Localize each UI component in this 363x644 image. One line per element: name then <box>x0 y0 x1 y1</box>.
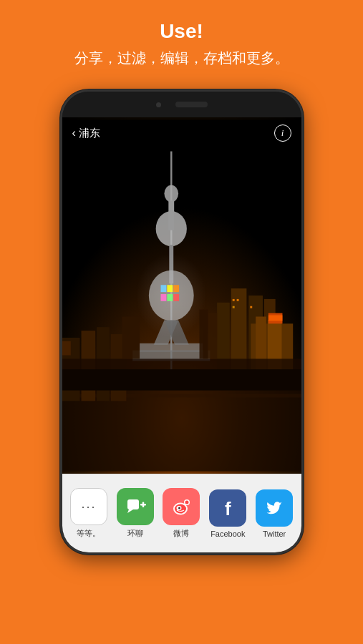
svg-rect-9 <box>232 306 234 308</box>
location-label: 浦东 <box>79 127 100 140</box>
svg-point-57 <box>185 501 189 504</box>
share-item-googleplus[interactable]: 环聊 <box>115 488 156 539</box>
svg-rect-41 <box>199 310 208 359</box>
speaker <box>175 102 208 107</box>
svg-rect-53 <box>142 502 144 508</box>
svg-point-37 <box>136 253 206 338</box>
svg-rect-7 <box>232 299 234 301</box>
svg-rect-20 <box>62 341 71 356</box>
share-label-weibo: 微博 <box>173 528 189 539</box>
facebook-icon-wrap: f <box>209 489 246 527</box>
share-label-facebook: Facebook <box>210 530 245 538</box>
svg-rect-15 <box>268 316 282 321</box>
info-button[interactable]: i <box>274 125 291 142</box>
back-chevron-icon: ‹ <box>72 127 76 140</box>
subtitle: 分享，过滤，编辑，存档和更多。 <box>74 49 289 68</box>
phone-top-bar <box>62 92 301 117</box>
phone-screen: ‹ 浦东 i <box>62 117 301 552</box>
svg-point-22 <box>164 185 178 203</box>
svg-rect-10 <box>250 306 252 308</box>
camera-dot <box>156 102 161 107</box>
share-item-more[interactable]: ··· 等等。 <box>68 488 110 539</box>
svg-text:f: f <box>225 498 231 519</box>
svg-rect-39 <box>122 316 140 358</box>
screen-header: ‹ 浦东 i <box>62 117 301 149</box>
phone-mockup: ‹ 浦东 i <box>60 89 304 555</box>
share-item-twitter[interactable]: Twitter <box>253 489 295 538</box>
share-item-facebook[interactable]: f Facebook <box>207 489 248 538</box>
top-section: Use! 分享，过滤，编辑，存档和更多。 <box>0 0 363 82</box>
svg-rect-42 <box>62 369 301 390</box>
svg-rect-8 <box>236 299 238 301</box>
svg-point-59 <box>178 507 180 509</box>
phone-body: ‹ 浦东 i <box>60 89 304 555</box>
share-label-twitter: Twitter <box>263 530 286 538</box>
info-icon: i <box>281 127 284 139</box>
share-sheet: ··· 等等。 <box>62 474 301 552</box>
svg-marker-51 <box>127 509 133 513</box>
headline: Use! <box>160 20 203 43</box>
more-dots-icon: ··· <box>81 499 96 514</box>
svg-rect-50 <box>127 499 139 509</box>
weibo-icon-wrap <box>163 488 200 525</box>
twitter-icon-wrap <box>256 489 293 527</box>
share-label-more: 等等。 <box>77 528 100 539</box>
city-photo <box>62 117 301 474</box>
share-label-googleplus: 环聊 <box>127 528 143 539</box>
more-icon-wrap: ··· <box>70 488 107 525</box>
back-button[interactable]: ‹ 浦东 <box>72 127 100 140</box>
svg-rect-24 <box>168 200 174 230</box>
share-item-weibo[interactable]: 微博 <box>160 488 202 539</box>
googleplus-icon-wrap <box>117 488 154 525</box>
